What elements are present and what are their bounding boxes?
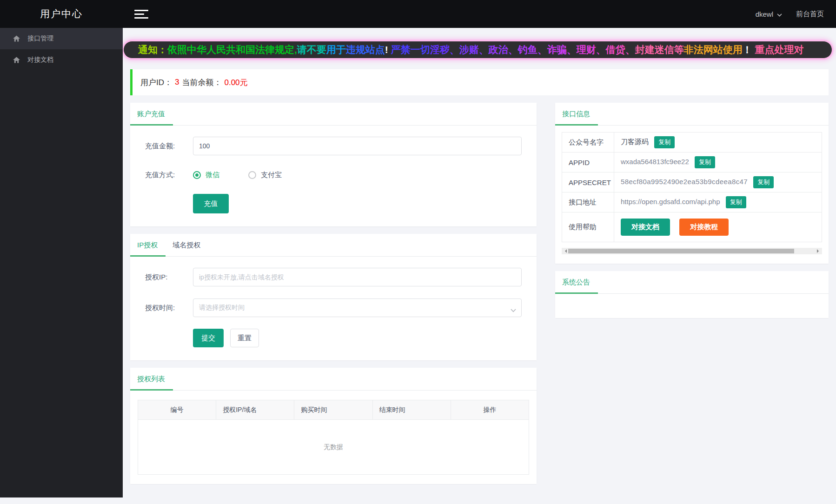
scroll-left-arrow-icon[interactable] (563, 249, 567, 253)
sidebar-item-label: 对接文档 (27, 56, 53, 64)
auth-table: 编号 授权IP/域名 购买时间 结束时间 操作 无数据 (138, 400, 529, 475)
user-dropdown[interactable]: dkewl (756, 10, 782, 18)
tab-ip-auth[interactable]: IP授权 (130, 234, 166, 256)
info-value: wxada564813fc9ee22 (621, 158, 689, 166)
info-value: 刀客源码 (621, 138, 649, 146)
chevron-down-icon (511, 306, 516, 314)
doc-button[interactable]: 对接文档 (621, 219, 670, 236)
recharge-card: 账户充值 充值金额: 充值方式: 微信 (130, 103, 537, 226)
info-value: https://open.gdsafd.com/api.php (621, 198, 720, 206)
user-id-bar: 用户ID： 3 当前余额： 0.00元 (130, 69, 829, 95)
info-label: APPID (562, 153, 614, 172)
page: 用户中心 dkewl 前台首页 接口管理 对接文档 (0, 0, 836, 504)
submit-button[interactable]: 提交 (193, 329, 224, 347)
empty-text: 无数据 (138, 420, 529, 475)
radio-alipay[interactable]: 支付宝 (248, 171, 282, 179)
time-select-placeholder: 请选择授权时间 (199, 304, 245, 312)
method-label: 充值方式: (145, 171, 193, 179)
user-id-value: 3 (175, 78, 179, 87)
time-label: 授权时间: (145, 304, 193, 312)
tutorial-button[interactable]: 对接教程 (679, 219, 729, 236)
auth-list-card: 授权列表 编号 授权IP/域名 购买时间 结束时间 操作 (130, 368, 537, 484)
amount-label: 充值金额: (145, 142, 193, 151)
tab-domain-auth[interactable]: 域名授权 (166, 234, 208, 256)
info-label: 接口地址 (562, 192, 614, 212)
scrollbar-thumb[interactable] (568, 249, 794, 253)
chevron-down-icon (777, 10, 782, 18)
tab-account-recharge[interactable]: 账户充值 (130, 103, 173, 125)
sidebar-item-docs[interactable]: 对接文档 (0, 49, 123, 71)
info-label: 公众号名字 (562, 133, 614, 153)
horizontal-scrollbar[interactable] (562, 248, 822, 254)
copy-button[interactable]: 复制 (726, 196, 746, 208)
hamburger-menu-icon[interactable] (134, 10, 149, 19)
info-label: 使用帮助 (562, 212, 614, 242)
tab-auth-list[interactable]: 授权列表 (130, 368, 173, 390)
col-header-end-time: 结束时间 (372, 400, 451, 420)
col-header-buy-time: 购买时间 (294, 400, 372, 420)
auth-card: IP授权 域名授权 授权IP: 授权时间: 请选择授权时间 (130, 234, 537, 360)
copy-button[interactable]: 复制 (753, 176, 774, 188)
radio-circle-icon (248, 171, 256, 179)
notice-banner: 通知：依照中华人民共和国法律规定,请不要用于违规站点! 严禁一切淫秽、涉赌、政治… (123, 41, 832, 59)
app-logo: 用户中心 (0, 7, 123, 20)
home-icon (13, 57, 20, 63)
ip-label: 授权IP: (145, 273, 193, 282)
copy-button[interactable]: 复制 (654, 136, 675, 148)
col-header-id: 编号 (138, 400, 216, 420)
info-value: 58ecf80a9952490e2ea53b9cdeea8c47 (621, 178, 748, 186)
username: dkewl (756, 10, 773, 18)
balance-label: 当前余额： (182, 77, 221, 88)
recharge-button[interactable]: 充值 (193, 194, 229, 213)
announcement-body (555, 294, 829, 318)
info-table: 公众号名字 刀客源码 复制 APPID wxada564813 (562, 132, 822, 242)
col-header-ip-domain: 授权IP/域名 (216, 400, 294, 420)
time-select[interactable]: 请选择授权时间 (193, 298, 522, 317)
sidebar-item-label: 接口管理 (27, 34, 53, 43)
sidebar: 接口管理 对接文档 (0, 28, 123, 497)
radio-circle-icon (193, 171, 201, 179)
reset-button[interactable]: 重置 (230, 329, 259, 347)
sidebar-item-api-management[interactable]: 接口管理 (0, 28, 123, 49)
top-bar: 用户中心 dkewl 前台首页 (0, 0, 836, 28)
announcement-card: 系统公告 (555, 271, 829, 318)
ip-input[interactable] (193, 268, 522, 286)
main-content: 通知：依照中华人民共和国法律规定,请不要用于违规站点! 严禁一切淫秽、涉赌、政治… (123, 28, 836, 504)
amount-input[interactable] (193, 137, 522, 155)
tab-api-info[interactable]: 接口信息 (555, 103, 598, 125)
col-header-actions: 操作 (451, 400, 529, 420)
info-label: APPSECRET (562, 172, 614, 192)
front-home-link[interactable]: 前台首页 (796, 10, 824, 19)
tab-announcement[interactable]: 系统公告 (555, 271, 598, 293)
radio-wechat[interactable]: 微信 (193, 171, 219, 179)
user-id-label: 用户ID： (140, 77, 172, 88)
scroll-right-arrow-icon[interactable] (817, 249, 821, 253)
balance-value: 0.00元 (224, 77, 247, 88)
notice-text: 通知：依照中华人民共和国法律规定,请不要用于违规站点! 严禁一切淫秽、涉赌、政治… (138, 44, 804, 55)
copy-button[interactable]: 复制 (695, 156, 715, 168)
info-table-viewport: 公众号名字 刀客源码 复制 APPID wxada564813 (562, 132, 822, 242)
api-info-card: 接口信息 公众号名字 刀客源码 复制 (555, 103, 829, 264)
home-icon (13, 35, 20, 42)
